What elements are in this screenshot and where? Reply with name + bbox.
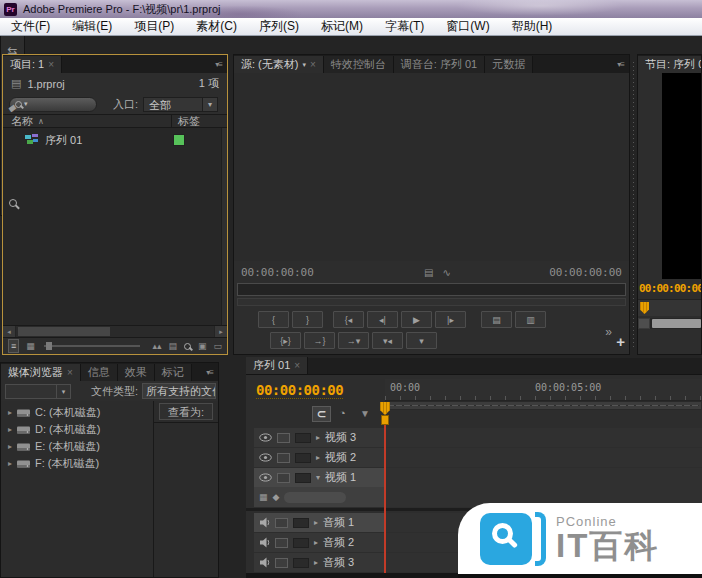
keyframe-icon[interactable]: ◆ [273, 492, 280, 502]
track-video-3[interactable]: ▸ 视频 3 [246, 428, 702, 447]
collapse-icon[interactable]: ▸ [8, 459, 12, 468]
speaker-icon[interactable] [259, 537, 270, 548]
scroll-thumb[interactable] [652, 319, 701, 328]
vertical-scrollbar[interactable] [221, 128, 227, 325]
track-header[interactable]: ▦ ◆ [254, 487, 385, 507]
track-lock-box[interactable] [293, 538, 309, 548]
toggle-track-output-eye-icon[interactable] [259, 453, 272, 462]
playhead-line[interactable] [384, 423, 386, 573]
tab-effect-controls[interactable]: 特效控制台 [324, 56, 394, 73]
track-content[interactable] [386, 448, 702, 467]
automate-to-sequence-icon[interactable]: ▴▴ [152, 341, 161, 351]
program-timecode[interactable]: 00:00:00:00 [639, 282, 702, 295]
panel-splitter[interactable] [630, 54, 637, 355]
collapse-icon[interactable]: ▸ [314, 558, 318, 567]
tab-audio-mixer[interactable]: 调音台: 序列 01 [394, 56, 485, 73]
collapse-icon[interactable]: ▸ [316, 433, 320, 442]
list-view-button[interactable]: ≡ [8, 339, 19, 353]
track-video-2[interactable]: ▸ 视频 2 [246, 448, 702, 467]
track-content[interactable] [386, 468, 702, 487]
expand-icon[interactable]: ▾ [316, 473, 320, 482]
tab-effects[interactable]: 效果 [118, 364, 155, 381]
label-color-swatch[interactable] [173, 134, 185, 146]
track-header[interactable]: ▸ 音频 3 [254, 553, 385, 572]
lift-button[interactable]: →▾ [338, 332, 369, 349]
find-icon[interactable] [184, 343, 191, 350]
tab-metadata[interactable]: 元数据 [485, 56, 533, 73]
new-bin-icon[interactable]: ▣ [198, 341, 207, 351]
zoom-slider-knob[interactable] [46, 342, 52, 350]
menu-file[interactable]: 文件(F) [0, 18, 61, 35]
list-item-sequence-01[interactable]: 序列 01 [3, 131, 227, 149]
set-display-style-icon[interactable]: ▦ [259, 492, 268, 502]
close-icon[interactable]: × [310, 59, 316, 70]
film-dim-icon[interactable]: ▤ [168, 341, 177, 351]
tab-source[interactable]: 源: (无素材) ▾ × [234, 56, 324, 73]
scroll-grip[interactable] [638, 318, 650, 329]
sync-lock-icon[interactable] [275, 558, 288, 568]
collapse-icon[interactable]: ▸ [8, 425, 12, 434]
source-zoom-bar[interactable] [237, 298, 626, 306]
playhead-grip[interactable] [381, 415, 389, 425]
overwrite-button[interactable]: ▥ [515, 311, 546, 328]
track-lock-box[interactable] [295, 473, 311, 483]
scroll-track[interactable] [16, 326, 214, 337]
sync-lock-icon[interactable] [277, 453, 290, 463]
track-header[interactable]: ▸ 音频 1 [254, 513, 385, 532]
snap-toggle[interactable]: ⊂ [312, 406, 331, 422]
toggle-track-output-eye-icon[interactable] [259, 473, 272, 482]
tree-item-drive-c[interactable]: ▸ C: (本机磁盘) [1, 404, 153, 421]
sync-lock-icon[interactable] [277, 433, 290, 443]
timeline-timecode[interactable]: 00:00:00:00 [256, 382, 343, 399]
project-list-header[interactable]: 名称 ∧ 标签 [3, 114, 227, 128]
tab-sequence-01[interactable]: 序列 01 × [246, 357, 308, 374]
track-lock-box[interactable] [295, 433, 311, 443]
menu-edit[interactable]: 编辑(E) [61, 18, 123, 35]
collapse-icon[interactable]: ▸ [8, 442, 12, 451]
sync-lock-icon[interactable] [275, 518, 288, 528]
overflow-indicator[interactable]: » [605, 325, 612, 339]
goto-out-button[interactable]: →} [304, 332, 335, 349]
scroll-thumb[interactable] [18, 327, 110, 336]
zoom-slider[interactable] [44, 345, 140, 347]
track-header[interactable]: ▸ 音频 2 [254, 533, 385, 552]
timeline-ruler[interactable]: 00:00 00:00:05:00 [385, 379, 702, 401]
menu-help[interactable]: 帮助(H) [501, 18, 564, 35]
track-header[interactable]: ▾ 视频 1 [254, 468, 385, 487]
tree-item-drive-e[interactable]: ▸ E: (本机磁盘) [1, 438, 153, 455]
collapse-icon[interactable]: ▸ [8, 408, 12, 417]
menu-project[interactable]: 项目(P) [123, 18, 185, 35]
mark-out-button[interactable]: } [292, 311, 323, 328]
search-input[interactable]: ▾ [9, 97, 97, 112]
view-as-header[interactable]: 查看为: [159, 403, 213, 420]
track-header[interactable]: ▸ 视频 2 [254, 448, 385, 467]
menu-marker[interactable]: 标记(M) [310, 18, 374, 35]
step-forward-button[interactable]: |▸ [435, 311, 466, 328]
horizontal-scrollbar[interactable]: ◂ ▸ [3, 325, 227, 337]
menu-sequence[interactable]: 序列(S) [248, 18, 310, 35]
film-icon[interactable]: ▤ [424, 267, 433, 278]
encore-marker-icon[interactable]: ◔ [339, 407, 346, 419]
menu-title[interactable]: 字幕(T) [374, 18, 435, 35]
entry-select[interactable]: 全部 [143, 97, 203, 112]
program-scrollbar[interactable] [638, 318, 701, 329]
step-back-button[interactable]: ◂| [367, 311, 398, 328]
playhead-icon[interactable] [640, 302, 649, 314]
scroll-right-icon[interactable]: ▸ [214, 326, 227, 337]
toggle-track-output-eye-icon[interactable] [259, 433, 272, 442]
collapse-icon[interactable]: ▸ [316, 453, 320, 462]
close-icon[interactable]: × [67, 367, 73, 378]
tab-markers[interactable]: 标记 [155, 364, 192, 381]
track-video-1[interactable]: ▾ 视频 1 [246, 468, 702, 487]
work-area-bar[interactable] [385, 401, 702, 410]
close-icon[interactable]: × [48, 59, 54, 70]
panel-menu-icon[interactable]: ▾≡ [210, 60, 227, 69]
source-timecode-current[interactable]: 00:00:00:00 [241, 266, 314, 279]
tab-media-browser[interactable]: 媒体浏览器 × [1, 364, 81, 381]
set-marker-icon[interactable]: ▼ [360, 408, 370, 419]
tab-project[interactable]: 项目: 1 × [3, 56, 62, 73]
new-item-icon[interactable]: ▭ [213, 341, 222, 351]
button-editor-add[interactable]: + [616, 333, 625, 350]
scroll-left-icon[interactable]: ◂ [3, 326, 16, 337]
track-lock-box[interactable] [293, 518, 309, 528]
